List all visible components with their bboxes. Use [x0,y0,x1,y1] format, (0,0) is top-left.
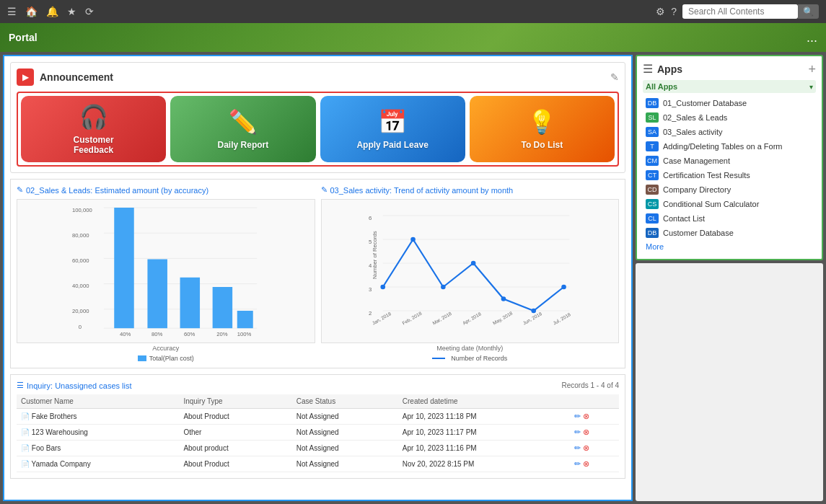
app-list-label: Company Directory [663,185,731,194]
svg-text:20,000: 20,000 [72,308,89,314]
svg-text:6: 6 [368,215,371,221]
svg-rect-12 [114,208,134,328]
app-list-icon: T [646,141,659,151]
app-list-icon: SA [646,127,659,137]
more-apps-link[interactable]: More [643,240,816,253]
table-header: ☰ Inquiry: Unassigned cases list Records… [17,381,619,390]
app-list-icon: CD [646,185,659,195]
apps-panel-title: Apps [657,63,682,75]
svg-text:100%: 100% [237,331,252,337]
daily-report-icon: ✏️ [229,108,258,136]
line-chart-svg: 6 5 4 3 2 Number of Records [322,200,619,342]
svg-text:80%: 80% [151,331,163,337]
refresh-icon[interactable]: ⟳ [85,6,94,17]
search-input[interactable] [682,4,798,19]
cell-inquiry-type: About Product [179,456,291,472]
svg-text:2: 2 [368,310,371,317]
app-list-label: Customer Database [663,229,734,237]
svg-rect-16 [237,311,253,328]
svg-text:Jul, 2018: Jul, 2018 [552,311,571,326]
app-card-apply-paid-leave[interactable]: 📅 Apply Paid Leave [320,96,465,162]
delete-row-icon[interactable]: ⊗ [583,412,589,420]
app-list-item[interactable]: CD Company Directory [643,182,816,197]
delete-row-icon[interactable]: ⊗ [583,443,589,452]
app-list-item[interactable]: CM Case Management [643,154,816,168]
app-card-to-do-list[interactable]: 💡 To Do List [470,96,615,162]
left-content-area: ▶ Announcement ✎ 🎧 CustomerFeedback ✏️ D… [3,55,633,501]
col-customer-name: Customer Name [17,394,179,409]
svg-point-36 [470,261,475,266]
col-actions [570,394,619,409]
search-button[interactable]: 🔍 [798,4,819,19]
announcement-icon: ▶ [17,68,34,86]
portal-menu-button[interactable]: ... [807,30,817,45]
edit-row-icon[interactable]: ✏ [574,428,581,436]
add-app-button[interactable]: + [808,63,816,76]
app-list-item[interactable]: CT Certification Test Results [643,168,816,182]
app-list-item[interactable]: CS Conditional Sum Calculator [643,197,816,211]
menu-icon[interactable]: ☰ [7,6,17,17]
edit-row-icon[interactable]: ✏ [574,412,581,420]
gear-icon[interactable]: ⚙ [656,6,665,17]
app-list-item[interactable]: DB Customer Database [643,226,816,240]
app-list-label: Conditional Sum Calculator [663,200,759,208]
app-list-item[interactable]: T Adding/Deleting Tables on a Form [643,139,816,154]
line-chart-title: ✎ 03_Sales activity: Trend of activity a… [321,185,620,195]
table-row: 📄 123 Warehousing Other Not Assigned Apr… [17,425,619,441]
bar-chart-x-label: Accuracy [17,345,315,352]
svg-text:40%: 40% [120,331,131,337]
cell-customer-name: 📄 Yamada Company [17,456,179,472]
cell-case-status: Not Assigned [292,456,398,472]
line-chart-container: ✎ 03_Sales activity: Trend of activity a… [321,185,620,362]
svg-point-37 [501,296,506,301]
cell-inquiry-type: About Product [179,409,291,425]
app-list-item[interactable]: SL 02_Sales & Leads [643,110,816,125]
cell-created-date: Apr 10, 2023 11:18 PM [398,409,570,425]
bar-chart-title: ✎ 02_Sales & Leads: Estimated amount (by… [17,185,315,195]
bar-chart-container: ✎ 02_Sales & Leads: Estimated amount (by… [17,185,315,362]
app-card-daily-report[interactable]: ✏️ Daily Report [170,96,315,162]
apps-panel: ☰ Apps + All Apps ▾ DB 01_Customer Datab… [636,55,823,260]
svg-point-33 [380,285,385,290]
edit-row-icon[interactable]: ✏ [574,459,581,468]
svg-text:0: 0 [79,324,82,330]
cell-case-status: Not Assigned [292,409,398,425]
inquiry-table-title: ☰ Inquiry: Unassigned cases list [17,381,132,390]
svg-text:20%: 20% [216,331,228,337]
app-list-item[interactable]: CL Contact List [643,211,816,226]
search-box: 🔍 [682,4,819,19]
table-row: 📄 Foo Bars About product Not Assigned Ap… [17,441,619,456]
charts-section: ✎ 02_Sales & Leads: Estimated amount (by… [10,179,625,368]
svg-point-34 [410,237,416,242]
svg-text:60%: 60% [184,331,195,337]
all-apps-row[interactable]: All Apps ▾ [643,80,816,93]
main-layout: ▶ Announcement ✎ 🎧 CustomerFeedback ✏️ D… [0,52,826,504]
row-doc-icon: 📄 [21,460,30,468]
svg-rect-14 [180,278,200,328]
delete-row-icon[interactable]: ⊗ [583,428,589,436]
app-card-customer-feedback[interactable]: 🎧 CustomerFeedback [21,96,166,162]
app-list-item[interactable]: SA 03_Sales activity [643,125,816,139]
table-row: 📄 Fake Brothers About Product Not Assign… [17,409,619,425]
nav-icons-left: ☰ 🏠 🔔 ★ ⟳ [7,6,94,17]
to-do-list-label: To Do List [521,140,563,150]
line-legend-label: Number of Records [451,355,507,362]
edit-row-icon[interactable]: ✏ [574,443,581,452]
svg-text:40,000: 40,000 [72,283,89,289]
svg-point-39 [561,285,566,290]
col-inquiry-type: Inquiry Type [179,394,291,409]
star-icon[interactable]: ★ [67,6,76,17]
bar-chart-legend: Total(Plan cost) [17,355,315,362]
home-icon[interactable]: 🏠 [25,6,38,17]
app-list-item[interactable]: DB 01_Customer Database [643,96,816,110]
app-list-icon: CL [646,213,659,224]
cell-customer-name: 📄 Fake Brothers [17,409,179,425]
delete-row-icon[interactable]: ⊗ [583,459,589,468]
app-list-icon: CM [646,156,659,166]
announcement-edit-icon[interactable]: ✎ [610,71,619,83]
line-chart-area: 6 5 4 3 2 Number of Records [321,199,620,343]
svg-text:Apr, 2018: Apr, 2018 [461,311,482,326]
app-cards-row: 🎧 CustomerFeedback ✏️ Daily Report 📅 App… [17,92,619,167]
help-icon[interactable]: ? [671,6,677,17]
bell-icon[interactable]: 🔔 [46,6,58,17]
